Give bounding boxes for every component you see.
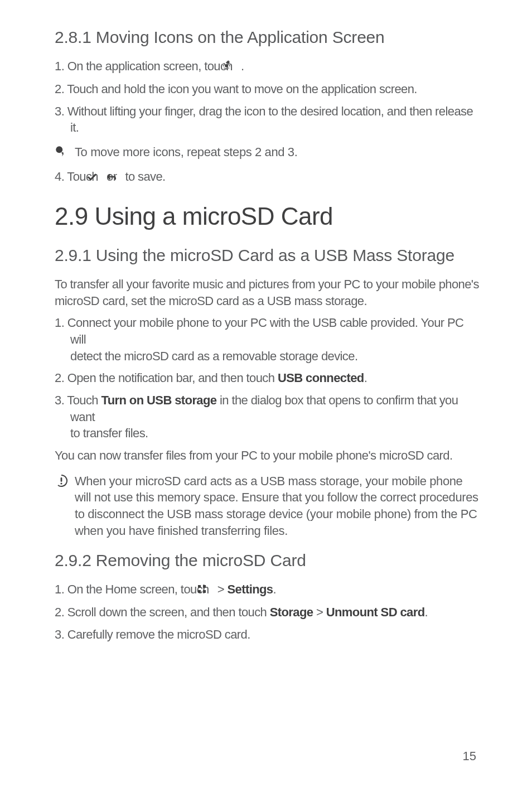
step-292-3: 3. Carefully remove the microSD card.	[55, 626, 482, 643]
page-number: 15	[463, 749, 476, 764]
tip-callout-281: To move more icons, repeat steps 2 and 3…	[55, 144, 482, 161]
step-291-2: 2. Open the notification bar, and then t…	[55, 370, 482, 387]
heading-292: 2.9.2 Removing the microSD Card	[55, 551, 482, 570]
step-281-4: 4. Touch or to save.	[55, 168, 482, 186]
step-281-4-post: to save.	[122, 170, 166, 183]
step-281-2: 2. Touch and hold the icon you want to m…	[55, 81, 482, 98]
step-281-1-post: .	[238, 59, 244, 73]
after-291: You can now transfer files from your PC …	[55, 447, 482, 464]
svg-point-0	[225, 64, 228, 67]
tip-bubble-icon	[55, 144, 75, 161]
step-281-1-pre: 1. On the application screen, touch	[55, 59, 236, 73]
step-292-1-mid: >	[214, 582, 227, 596]
heading-29: 2.9 Using a microSD Card	[55, 202, 482, 230]
svg-rect-4	[198, 585, 201, 588]
step-292-1-bold: Settings	[227, 582, 273, 596]
svg-rect-5	[203, 585, 206, 588]
step-292-2-post: .	[425, 605, 428, 619]
step-291-1b: detect the microSD card as a removable s…	[70, 348, 482, 365]
step-291-3-bold: Turn on USB storage	[101, 393, 216, 407]
svg-rect-7	[203, 590, 206, 593]
step-292-2-mid: >	[313, 605, 326, 619]
step-291-1: 1. Connect your mobile phone to your PC …	[55, 315, 482, 364]
caution-circle-icon	[55, 473, 75, 539]
step-292-1-post: .	[273, 582, 276, 596]
intro-291: To transfer all your favorite music and …	[55, 276, 482, 309]
step-292-2-pre: 2. Scroll down the screen, and then touc…	[55, 605, 270, 619]
svg-point-3	[60, 482, 62, 484]
step-291-3-pre: 3. Touch	[55, 393, 101, 407]
caution-callout-291: When your microSD card acts as a USB mas…	[55, 473, 482, 539]
svg-rect-6	[198, 590, 201, 593]
heading-281: 2.8.1 Moving Icons on the Application Sc…	[55, 28, 482, 47]
step-291-2-bold: USB connected	[278, 371, 364, 385]
step-292-2: 2. Scroll down the screen, and then touc…	[55, 604, 482, 621]
step-281-3: 3. Without lifting your finger, drag the…	[55, 103, 482, 136]
step-292-2-b1: Storage	[270, 605, 313, 619]
step-292-1-pre: 1. On the Home screen, touch	[55, 582, 212, 596]
step-291-2-post: .	[364, 371, 367, 385]
svg-rect-2	[61, 477, 62, 482]
heading-291: 2.9.1 Using the microSD Card as a USB Ma…	[55, 246, 482, 265]
tip-text-281: To move more icons, repeat steps 2 and 3…	[75, 144, 482, 161]
step-292-2-b2: Unmount SD card	[326, 605, 425, 619]
caution-text-291: When your microSD card acts as a USB mas…	[75, 473, 482, 539]
step-281-1: 1. On the application screen, touch .	[55, 58, 482, 75]
step-291-1a: 1. Connect your mobile phone to your PC …	[55, 316, 463, 346]
step-291-3: 3. Touch Turn on USB storage in the dial…	[55, 392, 482, 442]
step-292-1: 1. On the Home screen, touch > Settings.	[55, 581, 482, 598]
step-291-3b: to transfer files.	[70, 425, 482, 442]
svg-point-1	[56, 146, 62, 153]
step-291-2-pre: 2. Open the notification bar, and then t…	[55, 371, 278, 385]
